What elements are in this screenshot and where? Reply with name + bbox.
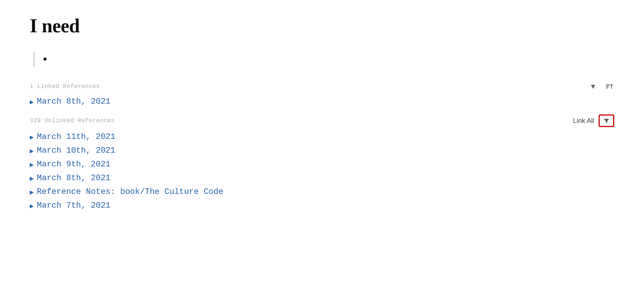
expand-arrow-ul-4: ▶ xyxy=(30,189,34,195)
expand-arrow-ul-5: ▶ xyxy=(30,203,34,209)
unlinked-ref-item-4[interactable]: ▶ Reference Notes: book/The Culture Code xyxy=(30,185,614,199)
unlinked-ref-link-2[interactable]: March 9th, 2021 xyxy=(37,160,110,169)
unlinked-ref-link-3[interactable]: March 8th, 2021 xyxy=(37,173,110,183)
sort-icon xyxy=(605,83,613,90)
linked-ref-link-0[interactable]: March 8th, 2021 xyxy=(37,97,110,106)
left-border xyxy=(33,52,35,66)
unlinked-filter-icon xyxy=(603,117,610,124)
unlinked-references-section: 329 Unlinked References Link All ▶ March… xyxy=(30,114,614,212)
linked-references-label: 1 Linked References xyxy=(30,83,100,90)
filter-icon xyxy=(590,83,596,90)
unlinked-right-controls: Link All xyxy=(573,114,614,127)
expand-arrow-ul-0: ▶ xyxy=(30,134,34,140)
unlinked-ref-item-2[interactable]: ▶ March 9th, 2021 xyxy=(30,158,614,171)
expand-arrow-ul-3: ▶ xyxy=(30,175,34,181)
bullet-dot xyxy=(44,58,46,61)
unlinked-ref-link-4[interactable]: Reference Notes: book/The Culture Code xyxy=(37,187,223,197)
unlinked-ref-item-5[interactable]: ▶ March 7th, 2021 xyxy=(30,199,614,212)
unlinked-ref-link-5[interactable]: March 7th, 2021 xyxy=(37,201,110,210)
expand-arrow-0: ▶ xyxy=(30,99,34,105)
linked-references-header: 1 Linked References xyxy=(30,81,614,92)
unlinked-ref-link-0[interactable]: March 11th, 2021 xyxy=(37,132,115,142)
expand-arrow-ul-1: ▶ xyxy=(30,148,34,154)
link-all-text: Link All xyxy=(573,117,594,125)
unlinked-references-header: 329 Unlinked References Link All xyxy=(30,114,614,127)
unlinked-ref-item-1[interactable]: ▶ March 10th, 2021 xyxy=(30,144,614,158)
bullet-area xyxy=(30,52,614,66)
sort-icon-btn[interactable] xyxy=(604,81,614,92)
unlinked-filter-button[interactable] xyxy=(599,114,614,127)
unlinked-ref-item-3[interactable]: ▶ March 8th, 2021 xyxy=(30,171,614,185)
unlinked-ref-item-0[interactable]: ▶ March 11th, 2021 xyxy=(30,130,614,144)
main-content: I need 1 Linked References xyxy=(0,0,644,227)
page-title: I need xyxy=(30,15,614,37)
filter-icon-btn[interactable] xyxy=(588,82,598,91)
unlinked-ref-link-1[interactable]: March 10th, 2021 xyxy=(37,146,115,155)
expand-arrow-ul-2: ▶ xyxy=(30,162,34,168)
linked-references-section: 1 Linked References ▶ Marc xyxy=(30,81,614,108)
header-icons xyxy=(588,81,614,92)
bullet-item xyxy=(44,52,46,66)
unlinked-references-label: 329 Unlinked References xyxy=(30,117,115,124)
linked-ref-item-0[interactable]: ▶ March 8th, 2021 xyxy=(30,95,614,108)
